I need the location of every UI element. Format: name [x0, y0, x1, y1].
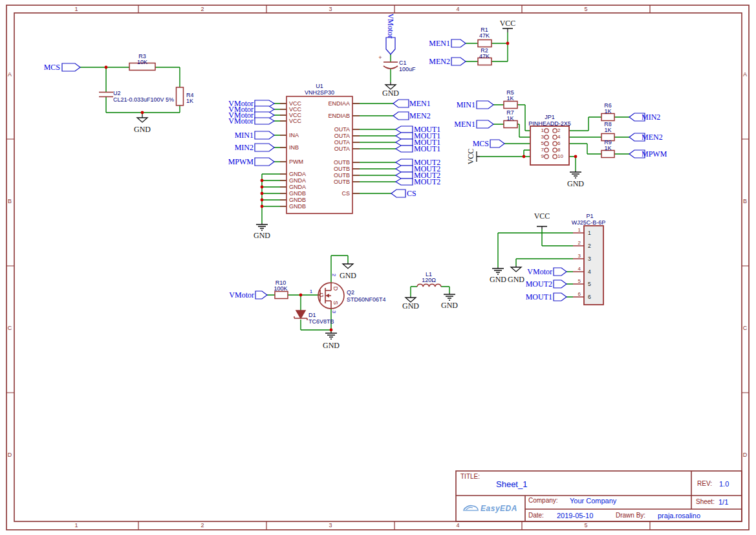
value: 1K — [604, 127, 611, 133]
value: 100K — [274, 286, 287, 292]
row-label: C — [743, 325, 748, 331]
pin-number: 1 — [310, 289, 312, 294]
net-flag-label[interactable]: MOUT2 — [526, 280, 552, 288]
gnd-label: GND — [134, 126, 151, 133]
net-flag-label[interactable]: VMotor — [387, 14, 394, 39]
value: 1K — [506, 116, 513, 122]
pin-number: 3 — [331, 311, 336, 313]
net-flag-label[interactable]: MOUT1 — [414, 145, 440, 153]
pin-name: OUTA — [334, 127, 350, 133]
col-label: 1 — [74, 523, 78, 529]
net-flag-label[interactable]: VMotor — [229, 291, 254, 299]
value: 47K — [479, 54, 490, 60]
net-flag-label[interactable]: MIN2 — [642, 113, 660, 121]
net-flag-label[interactable]: MEN1 — [409, 100, 431, 107]
vcc-label: VCC — [467, 149, 475, 165]
tb-title-label: TITLE: — [460, 474, 480, 480]
pin-name: INB — [289, 145, 299, 151]
pin-number: 2 — [557, 128, 560, 133]
value: 1K — [186, 98, 193, 104]
value: 120Ω — [422, 278, 436, 283]
schematic-labels: 1234512345ABCDABCDMCSR310KR41KU2CL21-0.0… — [0, 0, 756, 535]
net-flag-label[interactable]: MOUT1 — [526, 293, 552, 301]
value: TC6V8TB — [308, 319, 334, 325]
pin-number: 4 — [578, 267, 581, 272]
value: 1K — [506, 96, 513, 102]
value: 1K — [604, 146, 611, 151]
pin-number: 4 — [557, 135, 560, 140]
tb-sheet: 1/1 — [718, 499, 728, 506]
gnd-label: GND — [567, 180, 584, 188]
net-flag-label[interactable]: MPWM — [642, 150, 667, 158]
tb-date: 2019-05-10 — [557, 512, 593, 519]
pin-name: OUTA — [334, 140, 350, 146]
row-label: A — [743, 72, 747, 78]
net-flag-label[interactable]: MPWM — [228, 158, 254, 166]
value: WJ25C-B-6P — [572, 220, 606, 226]
net-flag-label[interactable]: MIN1 — [235, 131, 254, 139]
net-flag-label[interactable]: MEN2 — [642, 133, 663, 141]
pin-number: 2 — [331, 274, 336, 276]
net-flag-label[interactable]: VMotor — [228, 117, 254, 125]
col-label: 3 — [329, 523, 332, 529]
col-label: 3 — [329, 6, 332, 12]
tb-date-label: Date: — [528, 512, 544, 519]
designator: U1 — [316, 83, 323, 89]
pin-number: 2 — [588, 243, 591, 249]
net-flag-label[interactable]: MCS — [473, 140, 489, 147]
net-flag-label[interactable]: MCS — [44, 63, 60, 71]
tb-rev: 1.0 — [719, 481, 729, 488]
pin-name: ENDIAA — [328, 101, 350, 107]
designator: Q2 — [347, 290, 354, 296]
net-flag-label[interactable]: MIN2 — [235, 144, 254, 151]
col-label: 2 — [200, 523, 204, 529]
net-flag-label[interactable]: MEN2 — [409, 112, 431, 120]
pin-name: GNDA — [289, 171, 306, 177]
pin-number: 9 — [541, 154, 544, 159]
value: STD60NF06T4 — [347, 297, 386, 303]
vcc-label: VCC — [500, 19, 516, 27]
pin-number: 5 — [541, 141, 544, 146]
net-flag-label[interactable]: VMotor — [527, 268, 552, 276]
net-flag-label[interactable]: MEN2 — [429, 58, 450, 65]
col-label: 4 — [456, 523, 459, 529]
pin-name: PWM — [289, 159, 303, 165]
pin-name: ENDIAB — [328, 113, 350, 119]
value: 1K — [604, 109, 611, 115]
pin-number: 7 — [541, 147, 544, 153]
value: VNH2SP30 — [305, 90, 334, 96]
net-flag-label[interactable]: MOUT2 — [414, 178, 440, 186]
pin-number: 3 — [541, 135, 544, 140]
pin-number: 1 — [541, 128, 544, 133]
pin-name: OUTA — [334, 133, 350, 139]
gnd-label: GND — [254, 232, 270, 239]
tb-sheet-label: Sheet: — [696, 499, 715, 505]
tb-drawn: praja.rosalino — [658, 512, 700, 519]
net-flag-label[interactable]: MEN1 — [454, 120, 475, 128]
col-label: 1 — [74, 6, 78, 12]
pin-name: CS — [341, 191, 350, 197]
row-label: C — [8, 325, 12, 331]
pin-number: 3 — [588, 256, 591, 262]
gnd-label: GND — [382, 89, 399, 97]
net-flag-label[interactable]: MIN1 — [457, 101, 475, 109]
tb-company: Your Company — [570, 497, 616, 505]
net-flag-label[interactable]: CS — [407, 190, 416, 197]
pin-name: S — [332, 301, 338, 305]
value: 10K — [137, 60, 147, 65]
row-label: B — [8, 199, 12, 204]
gnd-label: GND — [508, 276, 524, 283]
designator: C1 — [399, 60, 407, 66]
pin-number: 6 — [578, 292, 581, 297]
gnd-label: GND — [490, 276, 506, 283]
pin-number: 2 — [578, 241, 581, 246]
pin-number: 1 — [578, 228, 581, 233]
tb-company-label: Company: — [528, 497, 558, 504]
col-label: 5 — [584, 6, 587, 12]
net-flag-label[interactable]: MEN1 — [429, 39, 450, 47]
pin-name: OUTB — [334, 160, 350, 166]
vcc-label: VCC — [534, 212, 550, 220]
tb-drawn-label: Drawn By: — [616, 512, 645, 519]
pin-name: OUTA — [334, 146, 350, 152]
designator: U2 — [113, 91, 121, 96]
